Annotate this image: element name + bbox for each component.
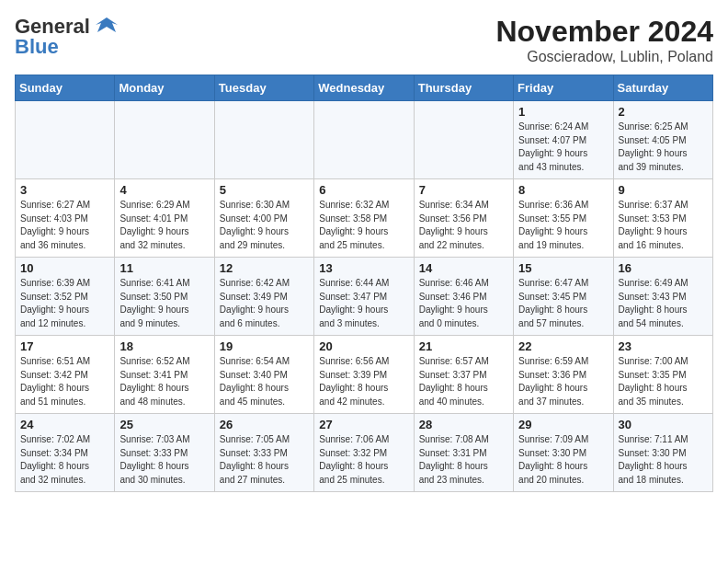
day-number: 24 [20,418,109,431]
day-info: Sunrise: 6:37 AM Sunset: 3:53 PM Dayligh… [619,199,708,252]
calendar-cell [314,101,414,179]
calendar-cell: 20Sunrise: 6:56 AM Sunset: 3:39 PM Dayli… [314,336,414,414]
calendar-cell [115,101,214,179]
day-info: Sunrise: 6:56 AM Sunset: 3:39 PM Dayligh… [319,355,408,408]
day-info: Sunrise: 7:02 AM Sunset: 3:34 PM Dayligh… [20,433,109,487]
header-monday: Monday [115,75,214,101]
calendar-cell: 24Sunrise: 7:02 AM Sunset: 3:34 PM Dayli… [16,414,115,492]
day-info: Sunrise: 6:34 AM Sunset: 3:56 PM Dayligh… [419,199,508,252]
calendar-cell: 4Sunrise: 6:29 AM Sunset: 4:01 PM Daylig… [115,179,214,258]
day-number: 12 [220,261,309,275]
header-wednesday: Wednesday [314,75,414,101]
day-info: Sunrise: 6:27 AM Sunset: 4:03 PM Dayligh… [20,199,109,252]
day-number: 5 [220,183,309,197]
calendar-cell: 18Sunrise: 6:52 AM Sunset: 3:41 PM Dayli… [115,336,214,414]
calendar-week-row: 10Sunrise: 6:39 AM Sunset: 3:52 PM Dayli… [16,258,713,336]
header-tuesday: Tuesday [214,75,313,101]
calendar-cell: 14Sunrise: 6:46 AM Sunset: 3:46 PM Dayli… [414,258,513,336]
calendar-cell: 26Sunrise: 7:05 AM Sunset: 3:33 PM Dayli… [214,414,313,492]
day-number: 29 [518,418,608,431]
calendar-cell: 10Sunrise: 6:39 AM Sunset: 3:52 PM Dayli… [16,258,115,336]
day-number: 6 [319,183,408,197]
day-info: Sunrise: 6:41 AM Sunset: 3:50 PM Dayligh… [119,277,209,330]
day-info: Sunrise: 7:03 AM Sunset: 3:33 PM Dayligh… [119,433,209,487]
day-number: 22 [518,339,608,353]
day-number: 8 [518,183,608,197]
day-info: Sunrise: 7:06 AM Sunset: 3:32 PM Dayligh… [319,433,408,487]
calendar-week-row: 17Sunrise: 6:51 AM Sunset: 3:42 PM Dayli… [16,336,713,414]
logo-bird-icon [94,16,119,38]
calendar-cell: 19Sunrise: 6:54 AM Sunset: 3:40 PM Dayli… [214,336,313,414]
calendar-cell: 9Sunrise: 6:37 AM Sunset: 3:53 PM Daylig… [613,179,712,258]
day-info: Sunrise: 6:44 AM Sunset: 3:47 PM Dayligh… [319,277,408,330]
day-info: Sunrise: 7:11 AM Sunset: 3:30 PM Dayligh… [619,433,708,487]
day-info: Sunrise: 6:39 AM Sunset: 3:52 PM Dayligh… [20,277,109,330]
header-friday: Friday [514,75,613,101]
day-number: 20 [319,339,408,353]
header-saturday: Saturday [613,75,712,101]
day-number: 30 [619,418,708,431]
calendar-cell: 25Sunrise: 7:03 AM Sunset: 3:33 PM Dayli… [115,414,214,492]
calendar-cell: 2Sunrise: 6:25 AM Sunset: 4:05 PM Daylig… [613,101,712,179]
day-number: 4 [119,183,209,197]
calendar-cell [214,101,313,179]
day-info: Sunrise: 7:08 AM Sunset: 3:31 PM Dayligh… [419,433,508,487]
day-info: Sunrise: 6:36 AM Sunset: 3:55 PM Dayligh… [518,199,608,252]
calendar-cell: 11Sunrise: 6:41 AM Sunset: 3:50 PM Dayli… [115,258,214,336]
calendar-cell: 12Sunrise: 6:42 AM Sunset: 3:49 PM Dayli… [214,258,313,336]
day-info: Sunrise: 7:00 AM Sunset: 3:35 PM Dayligh… [619,355,708,408]
day-info: Sunrise: 6:49 AM Sunset: 3:43 PM Dayligh… [619,277,708,330]
day-info: Sunrise: 6:59 AM Sunset: 3:36 PM Dayligh… [518,355,608,408]
calendar-cell: 6Sunrise: 6:32 AM Sunset: 3:58 PM Daylig… [314,179,414,258]
calendar-cell: 30Sunrise: 7:11 AM Sunset: 3:30 PM Dayli… [613,414,712,492]
day-number: 16 [619,261,708,275]
calendar-cell: 7Sunrise: 6:34 AM Sunset: 3:56 PM Daylig… [414,179,513,258]
day-number: 26 [220,418,309,431]
day-info: Sunrise: 6:54 AM Sunset: 3:40 PM Dayligh… [220,355,309,408]
day-number: 17 [20,339,109,353]
day-info: Sunrise: 6:57 AM Sunset: 3:37 PM Dayligh… [419,355,508,408]
month-title: November 2024 [495,15,713,49]
calendar-cell: 23Sunrise: 7:00 AM Sunset: 3:35 PM Dayli… [613,336,712,414]
svg-marker-0 [96,17,118,32]
day-info: Sunrise: 6:46 AM Sunset: 3:46 PM Dayligh… [419,277,508,330]
calendar-cell: 22Sunrise: 6:59 AM Sunset: 3:36 PM Dayli… [514,336,613,414]
day-number: 2 [619,105,708,119]
day-number: 9 [619,183,708,197]
day-info: Sunrise: 7:09 AM Sunset: 3:30 PM Dayligh… [518,433,608,487]
day-info: Sunrise: 6:47 AM Sunset: 3:45 PM Dayligh… [518,277,608,330]
day-number: 19 [220,339,309,353]
calendar-cell: 13Sunrise: 6:44 AM Sunset: 3:47 PM Dayli… [314,258,414,336]
calendar-cell: 15Sunrise: 6:47 AM Sunset: 3:45 PM Dayli… [514,258,613,336]
day-info: Sunrise: 6:25 AM Sunset: 4:05 PM Dayligh… [619,121,708,174]
calendar-cell: 16Sunrise: 6:49 AM Sunset: 3:43 PM Dayli… [613,258,712,336]
calendar-cell: 27Sunrise: 7:06 AM Sunset: 3:32 PM Dayli… [314,414,414,492]
day-number: 21 [419,339,508,353]
day-number: 3 [20,183,109,197]
day-number: 25 [119,418,209,431]
day-number: 1 [518,105,608,119]
day-number: 28 [419,418,508,431]
calendar-cell: 17Sunrise: 6:51 AM Sunset: 3:42 PM Dayli… [16,336,115,414]
day-info: Sunrise: 6:52 AM Sunset: 3:41 PM Dayligh… [119,355,209,408]
calendar-cell [16,101,115,179]
calendar-week-row: 1Sunrise: 6:24 AM Sunset: 4:07 PM Daylig… [16,101,713,179]
page-header: General Blue November 2024 Goscieradow, … [15,15,713,65]
day-info: Sunrise: 6:42 AM Sunset: 3:49 PM Dayligh… [220,277,309,330]
calendar-cell: 1Sunrise: 6:24 AM Sunset: 4:07 PM Daylig… [514,101,613,179]
logo: General Blue [15,15,119,59]
day-number: 13 [319,261,408,275]
calendar-cell [414,101,513,179]
header-thursday: Thursday [414,75,513,101]
day-number: 18 [119,339,209,353]
day-number: 10 [20,261,109,275]
title-block: November 2024 Goscieradow, Lublin, Polan… [495,15,713,65]
day-number: 23 [619,339,708,353]
header-sunday: Sunday [16,75,115,101]
day-info: Sunrise: 6:32 AM Sunset: 3:58 PM Dayligh… [319,199,408,252]
day-info: Sunrise: 6:30 AM Sunset: 4:00 PM Dayligh… [220,199,309,252]
day-number: 7 [419,183,508,197]
calendar-cell: 21Sunrise: 6:57 AM Sunset: 3:37 PM Dayli… [414,336,513,414]
day-number: 14 [419,261,508,275]
calendar-table: SundayMondayTuesdayWednesdayThursdayFrid… [15,75,713,492]
